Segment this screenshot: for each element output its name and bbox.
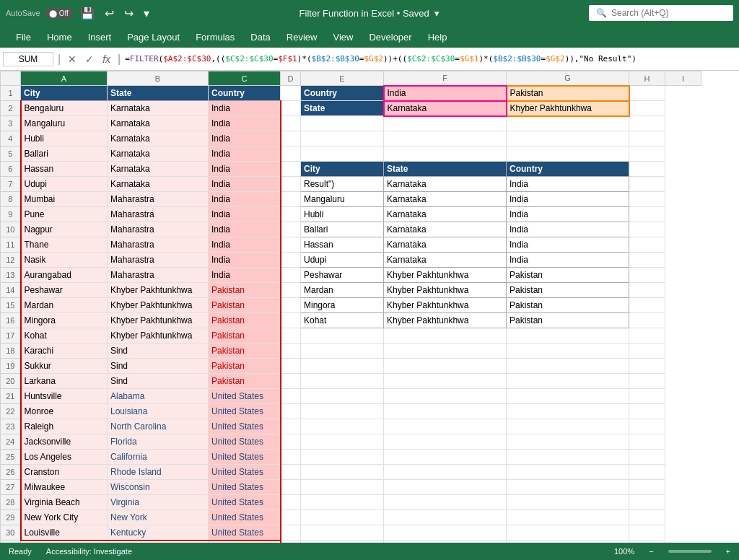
cell-c[interactable]: Country	[209, 86, 281, 101]
cell-a[interactable]: Hassan	[21, 162, 108, 177]
row-number[interactable]: 15	[1, 298, 21, 313]
cell-b[interactable]: Karnataka	[108, 146, 209, 162]
cell-c[interactable]: India	[209, 116, 281, 131]
cell-b[interactable]: Karnataka	[108, 101, 209, 116]
row-number[interactable]: 26	[1, 465, 21, 480]
cell-b[interactable]: Maharastra	[108, 268, 209, 283]
cell-b[interactable]: Florida	[108, 434, 209, 450]
title-dropdown-icon[interactable]: ▾	[434, 8, 440, 19]
row-number[interactable]: 4	[1, 131, 21, 146]
cell-b[interactable]: Virginia	[108, 495, 209, 510]
menu-data[interactable]: Data	[243, 29, 277, 45]
row-number[interactable]: 5	[1, 146, 21, 162]
cell-a[interactable]: Jacksonville	[21, 434, 108, 450]
cell-c[interactable]: India	[209, 101, 281, 116]
row-number[interactable]: 23	[1, 419, 21, 434]
menu-help[interactable]: Help	[421, 29, 455, 45]
cell-a[interactable]: Pune	[21, 207, 108, 222]
cell-a[interactable]: Milwaukee	[21, 480, 108, 495]
col-header-b[interactable]: B	[108, 71, 209, 86]
row-number[interactable]: 18	[1, 344, 21, 359]
cell-a[interactable]: Karachi	[21, 344, 108, 359]
menu-page-layout[interactable]: Page Layout	[120, 29, 187, 45]
cell-b[interactable]: Maharastra	[108, 222, 209, 237]
row-number[interactable]: 14	[1, 283, 21, 298]
zoom-slider[interactable]	[668, 550, 712, 553]
row-number[interactable]: 19	[1, 359, 21, 374]
cell-reference-box[interactable]: SUM	[3, 52, 53, 66]
cell-a[interactable]: Kohat	[21, 328, 108, 344]
cell-b[interactable]: Khyber Pakhtunkhwa	[108, 298, 209, 313]
cancel-formula-button[interactable]: ✕	[65, 53, 79, 65]
row-number[interactable]: 31	[1, 541, 21, 543]
undo-button[interactable]: ↩	[102, 6, 117, 20]
menu-view[interactable]: View	[325, 29, 360, 45]
cell-a[interactable]: Ballari	[21, 146, 108, 162]
cell-c[interactable]: United States	[209, 450, 281, 465]
cell-b[interactable]: Sind	[108, 344, 209, 359]
row-number[interactable]: 6	[1, 162, 21, 177]
cell-a[interactable]: Mangaluru	[21, 116, 108, 131]
row-number[interactable]: 9	[1, 207, 21, 222]
menu-file[interactable]: File	[9, 29, 38, 45]
cell-c[interactable]: Pakistan	[209, 374, 281, 389]
cell-c[interactable]: United States	[209, 434, 281, 450]
cell-b[interactable]: Rhode Island	[108, 465, 209, 480]
cell-a[interactable]: Nagpur	[21, 222, 108, 237]
cell-c[interactable]: United States	[209, 510, 281, 525]
cell-b[interactable]: Karnataka	[108, 177, 209, 192]
row-number[interactable]: 3	[1, 116, 21, 131]
row-number[interactable]: 2	[1, 101, 21, 116]
more-button[interactable]: ▾	[141, 6, 152, 20]
cell-c[interactable]: Pakistan	[209, 344, 281, 359]
cell-c[interactable]: United States	[209, 525, 281, 541]
cell-b[interactable]: Karnataka	[108, 131, 209, 146]
col-header-g[interactable]: G	[507, 71, 629, 86]
row-number[interactable]: 12	[1, 253, 21, 268]
cell-c[interactable]: India	[209, 131, 281, 146]
row-number[interactable]: 24	[1, 434, 21, 450]
cell-a[interactable]: Monroe	[21, 404, 108, 419]
formula-input[interactable]: =FILTER($A$2:$C$30,(($C$2:$C$30=$F$1)*($…	[125, 54, 736, 64]
cell-c[interactable]: India	[209, 192, 281, 207]
col-header-h[interactable]: H	[629, 71, 665, 86]
confirm-formula-button[interactable]: ✓	[82, 53, 97, 65]
row-number[interactable]: 28	[1, 495, 21, 510]
col-header-d[interactable]: D	[281, 71, 301, 86]
cell-b[interactable]: Maharastra	[108, 253, 209, 268]
cell-a[interactable]	[21, 541, 108, 543]
cell-c[interactable]	[209, 541, 281, 543]
cell-c[interactable]: Pakistan	[209, 359, 281, 374]
menu-formulas[interactable]: Formulas	[188, 29, 242, 45]
row-number[interactable]: 22	[1, 404, 21, 419]
cell-c[interactable]: Pakistan	[209, 328, 281, 344]
menu-review[interactable]: Review	[279, 29, 325, 45]
cell-c[interactable]: India	[209, 207, 281, 222]
cell-b[interactable]: Maharastra	[108, 237, 209, 253]
cell-b[interactable]: Maharastra	[108, 192, 209, 207]
cell-b[interactable]: State	[108, 86, 209, 101]
cell-a[interactable]: Thane	[21, 237, 108, 253]
cell-a[interactable]: City	[21, 86, 108, 101]
cell-b[interactable]: New York	[108, 510, 209, 525]
cell-a[interactable]: Nasik	[21, 253, 108, 268]
row-number[interactable]: 7	[1, 177, 21, 192]
save-button[interactable]: 💾	[77, 6, 97, 20]
autosave-toggle[interactable]: ⬤ Off	[45, 8, 73, 19]
cell-a[interactable]: New York City	[21, 510, 108, 525]
cell-a[interactable]: Udupi	[21, 177, 108, 192]
cell-a[interactable]: Hubli	[21, 131, 108, 146]
cell-a[interactable]: Peshawar	[21, 283, 108, 298]
menu-home[interactable]: Home	[40, 29, 79, 45]
input-country-pakistan[interactable]: Pakistan	[507, 86, 629, 101]
row-number[interactable]: 20	[1, 374, 21, 389]
row-number[interactable]: 21	[1, 389, 21, 404]
cell-c[interactable]: India	[209, 268, 281, 283]
cell-b[interactable]: Wisconsin	[108, 480, 209, 495]
cell-c[interactable]: India	[209, 177, 281, 192]
input-state-kp[interactable]: Khyber Pakhtunkhwa	[507, 101, 629, 116]
cell-a[interactable]: Larkana	[21, 374, 108, 389]
cell-a[interactable]: Mumbai	[21, 192, 108, 207]
cell-a[interactable]: Mardan	[21, 298, 108, 313]
cell-c[interactable]: Pakistan	[209, 283, 281, 298]
